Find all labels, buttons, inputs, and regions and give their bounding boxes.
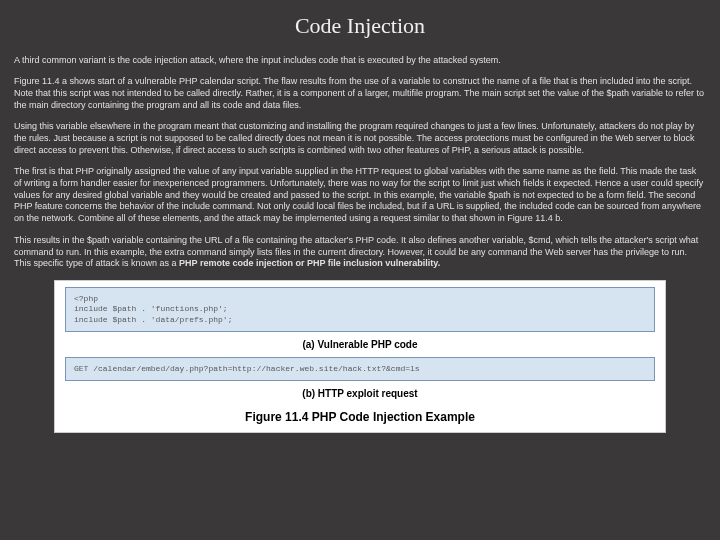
vulnerability-name: PHP remote code injection or PHP file in… <box>179 258 440 268</box>
paragraph-variable-use: Using this variable elsewhere in the pro… <box>14 121 706 156</box>
caption-b: (b) HTTP exploit request <box>55 387 665 400</box>
code-block-b: GET /calendar/embed/day.php?path=http://… <box>65 357 655 381</box>
paragraph-result: This results in the $path variable conta… <box>14 235 706 270</box>
paragraph-intro: A third common variant is the code injec… <box>14 55 706 67</box>
figure-11-4: <?php include $path . 'functions.php'; i… <box>54 280 666 433</box>
paragraph-figure-a: Figure 11.4 a shows start of a vulnerabl… <box>14 76 706 111</box>
figure-title: Figure 11.4 PHP Code Injection Example <box>55 406 665 432</box>
paragraph-php-features: The first is that PHP originally assigne… <box>14 166 706 224</box>
code-block-a: <?php include $path . 'functions.php'; i… <box>65 287 655 332</box>
page-title: Code Injection <box>14 12 706 41</box>
caption-a: (a) Vulnerable PHP code <box>55 338 665 351</box>
